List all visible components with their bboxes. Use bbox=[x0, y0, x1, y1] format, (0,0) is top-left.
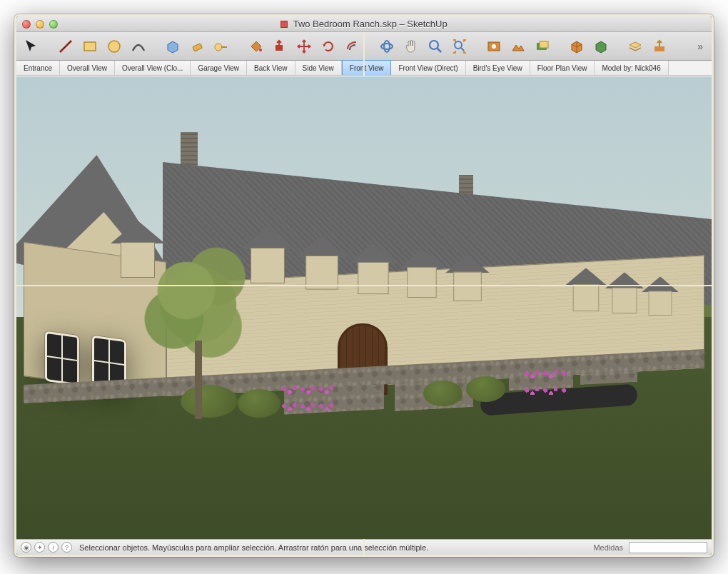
traffic-lights bbox=[22, 20, 58, 29]
window-title: Two Bedroom Ranch.skp – SketchUp bbox=[22, 19, 706, 29]
titlebar: Two Bedroom Ranch.skp – SketchUp bbox=[16, 16, 712, 29]
zoom-button[interactable] bbox=[49, 20, 58, 29]
app-window: Two Bedroom Ranch.skp – SketchUp bbox=[14, 14, 714, 29]
minimize-button[interactable] bbox=[36, 20, 44, 29]
close-button[interactable] bbox=[22, 20, 31, 29]
document-icon bbox=[280, 21, 288, 28]
window-title-text: Two Bedroom Ranch.skp – SketchUp bbox=[293, 19, 448, 29]
